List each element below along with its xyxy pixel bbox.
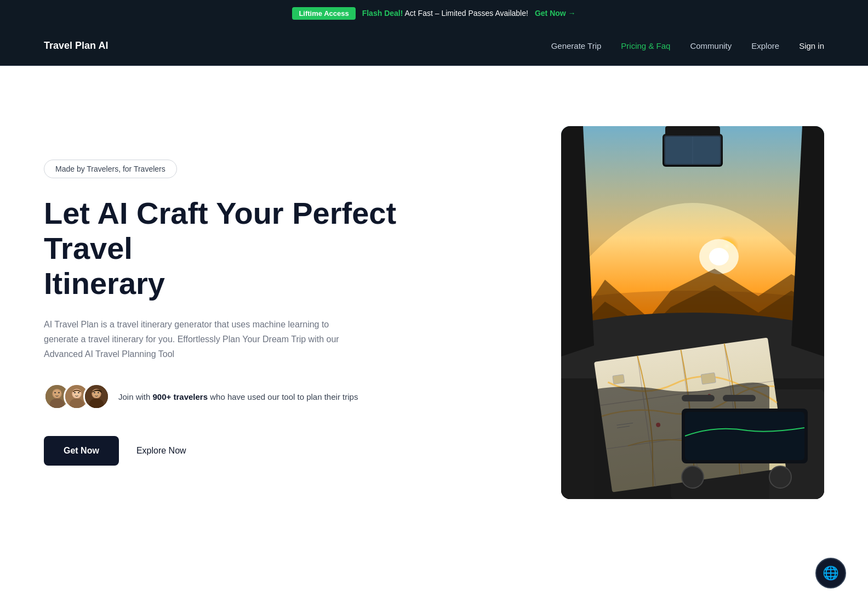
svg-rect-48 xyxy=(701,373,716,384)
nav-sign-in[interactable]: Sign in xyxy=(799,41,824,50)
flash-label: Flash Deal! xyxy=(362,9,403,18)
svg-point-16 xyxy=(94,392,95,394)
nav-community[interactable]: Community xyxy=(690,41,732,50)
svg-point-17 xyxy=(98,392,99,394)
social-post: who have used our tool to plan their tri… xyxy=(208,392,358,401)
svg-point-58 xyxy=(769,466,791,488)
hero-title-line1: Let AI Craft Your Perfect Travel xyxy=(44,196,396,265)
nav-pricing-faq[interactable]: Pricing & Faq xyxy=(621,41,670,50)
svg-rect-53 xyxy=(682,395,715,401)
lifetime-badge[interactable]: Liftime Access xyxy=(292,7,355,20)
avatar-group xyxy=(44,383,110,410)
chat-icon: 🌐 xyxy=(823,565,839,581)
svg-rect-47 xyxy=(613,375,625,384)
hero-description: AI Travel Plan is a travel itinerary gen… xyxy=(44,317,351,362)
flash-deal-text: Flash Deal! Act Fast – Limited Passes Av… xyxy=(362,9,528,18)
svg-point-10 xyxy=(74,392,76,394)
chat-widget[interactable]: 🌐 xyxy=(815,558,846,588)
svg-point-14 xyxy=(89,399,104,410)
explore-now-button[interactable]: Explore Now xyxy=(136,446,186,456)
svg-point-8 xyxy=(70,399,84,410)
navbar: Travel Plan AI Generate Trip Pricing & F… xyxy=(0,26,868,66)
social-proof: Join with 900+ travelers who have used o… xyxy=(44,383,416,410)
get-now-button[interactable]: Get Now xyxy=(44,436,119,466)
svg-rect-56 xyxy=(685,412,804,460)
svg-point-4 xyxy=(54,392,56,394)
svg-rect-54 xyxy=(723,395,756,401)
nav-explore[interactable]: Explore xyxy=(751,41,779,50)
svg-point-21 xyxy=(709,248,729,265)
avatar xyxy=(83,383,110,410)
social-pre: Join with xyxy=(118,392,153,401)
announcement-bar: Liftime Access Flash Deal! Act Fast – Li… xyxy=(0,0,868,26)
announcement-cta[interactable]: Get Now → xyxy=(535,9,576,18)
social-count: 900+ travelers xyxy=(153,392,208,401)
nav-logo[interactable]: Travel Plan AI xyxy=(44,40,108,52)
hero-title: Let AI Craft Your Perfect Travel Itinera… xyxy=(44,196,416,302)
hero-title-line2: Itinerary xyxy=(44,266,165,301)
svg-point-5 xyxy=(58,392,60,394)
nav-links: Generate Trip Pricing & Faq Community Ex… xyxy=(551,41,824,50)
svg-point-11 xyxy=(78,392,79,394)
flash-message: Act Fast – Limited Passes Available! xyxy=(405,9,528,18)
social-text: Join with 900+ travelers who have used o… xyxy=(118,392,358,401)
hero-content: Made by Travelers, for Travelers Let AI … xyxy=(44,160,416,466)
hero-badge: Made by Travelers, for Travelers xyxy=(44,160,177,178)
hero-actions: Get Now Explore Now xyxy=(44,436,416,466)
hero-section: Made by Travelers, for Travelers Let AI … xyxy=(0,66,868,559)
nav-generate-trip[interactable]: Generate Trip xyxy=(551,41,602,50)
hero-image xyxy=(561,126,824,499)
svg-point-2 xyxy=(50,399,64,410)
svg-point-57 xyxy=(682,466,704,488)
